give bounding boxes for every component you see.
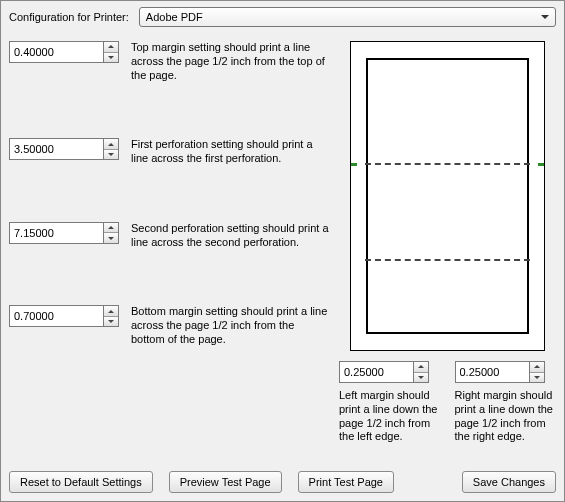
spin-down-icon[interactable] (104, 317, 118, 327)
spin-up-icon[interactable] (104, 139, 118, 150)
settings-column: Top margin setting should print a line a… (9, 41, 329, 444)
spin-up-icon[interactable] (530, 362, 544, 373)
spin-up-icon[interactable] (104, 306, 118, 317)
bottom-margin-desc: Bottom margin setting should print a lin… (131, 305, 329, 346)
reset-button[interactable]: Reset to Default Settings (9, 471, 153, 493)
spin-up-icon[interactable] (414, 362, 428, 373)
spin-down-icon[interactable] (530, 373, 544, 383)
perforation-line-1 (365, 163, 530, 165)
page-rect (366, 58, 529, 334)
save-button[interactable]: Save Changes (462, 471, 556, 493)
first-perforation-stepper[interactable] (9, 138, 119, 160)
top-margin-input[interactable] (9, 41, 103, 63)
perforation-line-2 (365, 259, 530, 261)
perf-indicator-left-1 (351, 163, 357, 166)
config-label: Configuration for Printer: (9, 11, 129, 23)
spin-down-icon[interactable] (104, 150, 118, 160)
spin-up-icon[interactable] (104, 223, 118, 234)
first-perforation-input[interactable] (9, 138, 103, 160)
spin-up-icon[interactable] (104, 42, 118, 53)
preview-button[interactable]: Preview Test Page (169, 471, 282, 493)
printer-config-panel: Configuration for Printer: Adobe PDF Top… (0, 0, 565, 502)
left-margin-desc: Left margin should print a line down the… (339, 389, 441, 444)
second-perforation-stepper[interactable] (9, 222, 119, 244)
left-margin-input[interactable] (339, 361, 413, 383)
left-margin-stepper[interactable] (339, 361, 429, 383)
spin-down-icon[interactable] (104, 53, 118, 63)
bottom-margin-input[interactable] (9, 305, 103, 327)
bottom-margin-stepper[interactable] (9, 305, 119, 327)
perf-indicator-right-1 (538, 163, 544, 166)
top-margin-desc: Top margin setting should print a line a… (131, 41, 329, 82)
spin-down-icon[interactable] (414, 373, 428, 383)
right-margin-stepper[interactable] (455, 361, 545, 383)
printer-dropdown[interactable]: Adobe PDF (139, 7, 556, 27)
first-perforation-desc: First perforation setting should print a… (131, 138, 329, 166)
print-button[interactable]: Print Test Page (298, 471, 394, 493)
second-perforation-input[interactable] (9, 222, 103, 244)
printer-selected-text: Adobe PDF (146, 11, 203, 23)
spin-down-icon[interactable] (104, 233, 118, 243)
footer-buttons: Reset to Default Settings Preview Test P… (9, 471, 556, 493)
second-perforation-desc: Second perforation setting should print … (131, 222, 329, 250)
chevron-down-icon (541, 15, 549, 19)
right-margin-input[interactable] (455, 361, 529, 383)
top-margin-stepper[interactable] (9, 41, 119, 63)
preview-column: Left margin should print a line down the… (339, 41, 556, 444)
page-preview (350, 41, 545, 351)
header-row: Configuration for Printer: Adobe PDF (9, 7, 556, 27)
right-margin-desc: Right margin should print a line down th… (455, 389, 557, 444)
